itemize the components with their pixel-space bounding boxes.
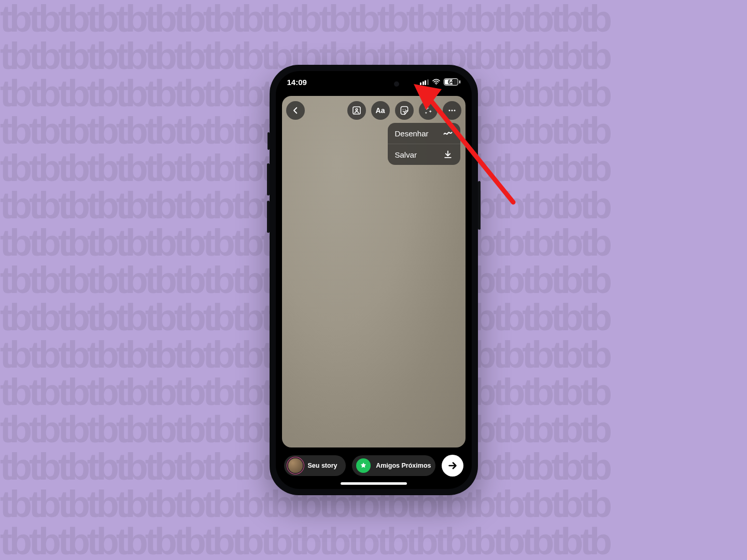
share-bar: Seu story Amigos Próximos <box>284 454 463 478</box>
text-aa-icon: Aa <box>376 106 385 115</box>
status-bar: 14:09 64 <box>276 71 472 93</box>
more-options-menu: Desenhar Salvar <box>388 123 460 165</box>
sticker-icon <box>399 105 410 116</box>
effects-button[interactable] <box>419 101 438 120</box>
share-your-story[interactable]: Seu story <box>284 455 346 476</box>
tag-person-icon <box>351 105 362 116</box>
phone-volume-up <box>267 163 270 195</box>
svg-point-6 <box>451 110 453 111</box>
share-close-friends[interactable]: Amigos Próximos <box>352 455 435 476</box>
phone-mute-switch <box>267 132 270 150</box>
wifi-icon <box>432 79 441 85</box>
sparkle-icon <box>423 105 433 116</box>
battery-indicator: 64 <box>444 78 460 86</box>
svg-point-4 <box>404 109 405 110</box>
send-button[interactable] <box>442 455 463 477</box>
status-right: 64 <box>420 78 460 86</box>
menu-item-save[interactable]: Salvar <box>388 144 460 165</box>
page-background: tbtbtbtbtbtbtbtbtbtbtbtbtbtbtbtbtbtbtbtb… <box>0 0 747 560</box>
phone-screen: 14:09 64 <box>276 71 472 489</box>
arrow-right-icon <box>447 460 458 471</box>
svg-point-7 <box>454 110 455 111</box>
phone-volume-down <box>267 201 270 233</box>
menu-item-draw[interactable]: Desenhar <box>388 123 460 144</box>
menu-item-label: Salvar <box>395 150 417 159</box>
story-toolbar: Aa <box>286 100 461 121</box>
cellular-signal-icon <box>420 79 429 85</box>
svg-point-3 <box>402 109 403 110</box>
star-icon <box>359 461 368 470</box>
avatar <box>288 458 303 473</box>
home-indicator <box>341 482 407 485</box>
close-friends-badge <box>356 458 371 473</box>
svg-point-0 <box>435 84 436 85</box>
download-icon <box>443 149 453 160</box>
sticker-button[interactable] <box>395 101 414 120</box>
menu-item-label: Desenhar <box>395 129 429 138</box>
more-options-button[interactable] <box>443 101 461 120</box>
text-button[interactable]: Aa <box>371 101 390 120</box>
phone-mockup: 14:09 64 <box>270 65 478 495</box>
ellipsis-icon <box>447 105 457 116</box>
status-time: 14:09 <box>287 78 307 87</box>
phone-body: 14:09 64 <box>270 65 478 495</box>
scribble-icon <box>443 128 453 138</box>
chevron-left-icon <box>291 106 300 115</box>
svg-point-2 <box>356 109 358 111</box>
mention-button[interactable] <box>347 101 366 120</box>
phone-power-button <box>478 181 481 230</box>
back-button[interactable] <box>286 101 305 120</box>
pill-label: Seu story <box>308 462 337 469</box>
pill-label: Amigos Próximos <box>376 462 431 469</box>
battery-percent: 64 <box>444 79 458 85</box>
svg-point-5 <box>448 110 450 111</box>
